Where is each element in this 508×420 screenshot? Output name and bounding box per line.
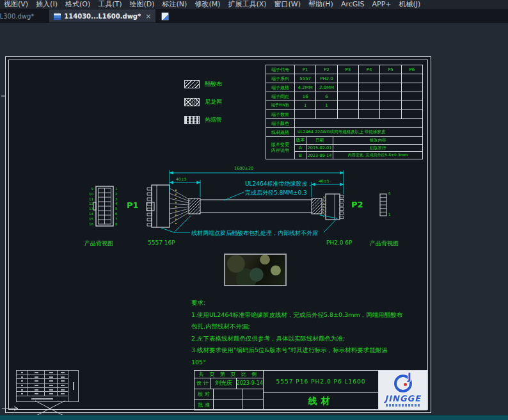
tt-cell — [359, 92, 380, 101]
menu-modify[interactable]: 修改(M) — [191, 0, 224, 9]
rev-label: 版本变更 — [271, 142, 289, 148]
cad-application-window: 视图(V) 插入(I) 格式(O) 工具(T) 绘图(D) 标注(N) 修改(M… — [0, 0, 508, 420]
rev-head: 日期 — [306, 137, 333, 144]
tt-cell — [338, 92, 359, 101]
product-name: 线材 — [264, 393, 378, 410]
legend-label: 热缩管 — [205, 116, 222, 124]
rev-desc: 内容变更, 完成后外径5.8±0.3mm — [333, 152, 422, 159]
p2-back-caption: 产品背视图 — [370, 239, 399, 248]
tt-cell: 1 — [295, 101, 316, 109]
material-legend: 醋酸布 尼龙网 热缩管 — [184, 79, 255, 133]
legend-label: 醋酸布 — [205, 80, 222, 88]
menu-mechanical[interactable]: 机械(J) — [395, 0, 425, 9]
tt-cell — [402, 110, 422, 118]
tab-active-label: 114030...L1600.dwg* — [64, 13, 141, 20]
tt-cell — [338, 83, 359, 92]
menu-tools[interactable]: 工具(T) — [94, 0, 125, 9]
menu-bar: 视图(V) 插入(I) 格式(O) 工具(T) 绘图(D) 标注(N) 修改(M… — [0, 0, 508, 9]
p2-pin-bottom: 1 — [388, 213, 391, 216]
menu-arcgis[interactable]: ArcGIS — [337, 0, 369, 9]
reference-photo — [224, 254, 287, 286]
command-line-strip[interactable] — [0, 415, 508, 420]
nylon-mesh-swatch — [184, 98, 200, 106]
rev-ver: A — [295, 145, 306, 152]
menu-app-plus[interactable]: APP+ — [369, 0, 395, 9]
menu-window[interactable]: 窗口(W) — [271, 0, 305, 9]
check-name — [214, 389, 242, 400]
requirements-notes: 要求: 1.使用UL2464标准带绝缘胶皮线材，完成后外径5.8±0.3mm，两… — [191, 297, 428, 368]
tt-cell — [380, 74, 401, 83]
heat-shrink-swatch — [184, 116, 200, 124]
check-label: 校 对 — [194, 389, 214, 400]
tt-cell: 5557 — [295, 74, 316, 83]
approve-date — [242, 400, 263, 410]
tt-cell: P3 — [338, 65, 359, 74]
cable-spec-callout-line1: UL2464标准带绝缘胶皮， — [245, 180, 314, 188]
tt-row-label: 端子数量 — [266, 110, 295, 118]
tt-row-label: 端子间距 — [266, 92, 295, 101]
title-block: 共 页 第 页 比 例 设 计 刘光庆 2023-9-14 校 对 批 准 55… — [194, 370, 427, 410]
check-date — [242, 389, 263, 400]
tt-cell — [402, 74, 422, 83]
requirement-line: 2.左下表格线材颜色仅供参考，具体以实际线材颜色为准; — [191, 333, 428, 345]
tt-row-label: 端子颜色 — [266, 119, 295, 127]
overall-dimension: 1600±20 — [234, 166, 253, 171]
tt-row-label: 端子系列 — [266, 74, 295, 83]
p1-pin-numbers-right: 12345678 — [115, 187, 123, 227]
approve-label: 批 准 — [194, 400, 214, 410]
requirement-line: 105° — [191, 357, 428, 369]
tt-cell — [402, 101, 422, 109]
menu-format[interactable]: 格式(O) — [61, 0, 94, 9]
wire-spec-value: UL2464 22AWG或同等规格及以上 带绝缘胶皮 — [295, 128, 422, 136]
tt-cell: P6 — [402, 65, 422, 74]
menu-insert[interactable]: 插入(I) — [32, 0, 61, 9]
tt-cell — [380, 101, 401, 109]
logo-mark-icon: J — [394, 375, 412, 392]
tt-cell — [316, 110, 337, 118]
pages-scale-row: 共 页 第 页 比 例 — [194, 371, 263, 378]
p2-pin-top: 6 — [388, 191, 391, 195]
requirement-line: 3.线材要求使用"编码后5位&版本号"对其进行标示，标示材料要求能耐温 — [191, 344, 428, 357]
right-dimension: 40±5 — [319, 179, 329, 183]
tab-active-drawing[interactable]: 114030...L1600.dwg* × — [49, 10, 155, 22]
new-drawing-icon[interactable] — [161, 12, 169, 20]
tt-cell — [359, 110, 380, 118]
p1-side-caption: 5557 16P — [148, 239, 175, 246]
menu-help[interactable]: 帮助(H) — [305, 0, 337, 9]
tt-cell — [402, 92, 422, 101]
tt-cell — [295, 110, 316, 118]
requirements-title: 要求: — [191, 297, 428, 309]
rev-head: 修改内容 — [333, 137, 422, 144]
tab-close-icon[interactable]: × — [145, 12, 151, 20]
p2-side-caption: PH2.0 6P — [326, 239, 353, 246]
wire-color-table — [16, 370, 79, 402]
tt-cell: 16 — [295, 92, 316, 101]
tt-cell — [359, 101, 380, 109]
p1-front-caption: 产品背视图 — [84, 239, 113, 248]
tt-cell — [380, 92, 401, 101]
p1-label: P1 — [127, 200, 139, 210]
requirement-line: 包扎,内部线材不外漏; — [191, 321, 428, 333]
tt-cell: 6 — [316, 92, 337, 101]
legend-label: 尼龙网 — [205, 98, 222, 106]
menu-view[interactable]: 视图(V) — [0, 0, 32, 9]
menu-dimension[interactable]: 标注(N) — [159, 0, 191, 9]
tt-wide-cell — [295, 119, 422, 127]
rev-label: 内容说明 — [271, 148, 289, 154]
wire-color-table-side — [68, 371, 78, 401]
drawing-file-icon — [54, 13, 61, 20]
requirement-line: 1.使用UL2464标准带绝缘胶皮线材，完成后外径5.8±0.3mm，两端用醋酸… — [191, 309, 428, 321]
menu-draw[interactable]: 绘图(D) — [126, 0, 159, 9]
rev-desc: 初版发行 — [333, 145, 422, 152]
left-dimension: 40±5 — [176, 177, 186, 181]
tt-cell: 4.2MM — [295, 83, 316, 92]
tt-cell: P1 — [295, 65, 316, 74]
cable-spec-callout-line2: 完成后外径5.8MM±0.3 — [245, 189, 307, 197]
tab-inactive-drawing[interactable]: -L300.dwg* — [0, 13, 40, 20]
tt-cell: P2 — [316, 65, 337, 74]
tt-cell: P5 — [380, 65, 401, 74]
wrap-callout: 线材两端点胶后醋酸布包扎处理，内部线材不外露 — [191, 229, 318, 238]
tt-row-label: 端子PIN数 — [266, 101, 295, 109]
menu-express-tools[interactable]: 扩展工具(X) — [224, 0, 270, 9]
tt-cell: 2.0MM — [316, 83, 337, 92]
